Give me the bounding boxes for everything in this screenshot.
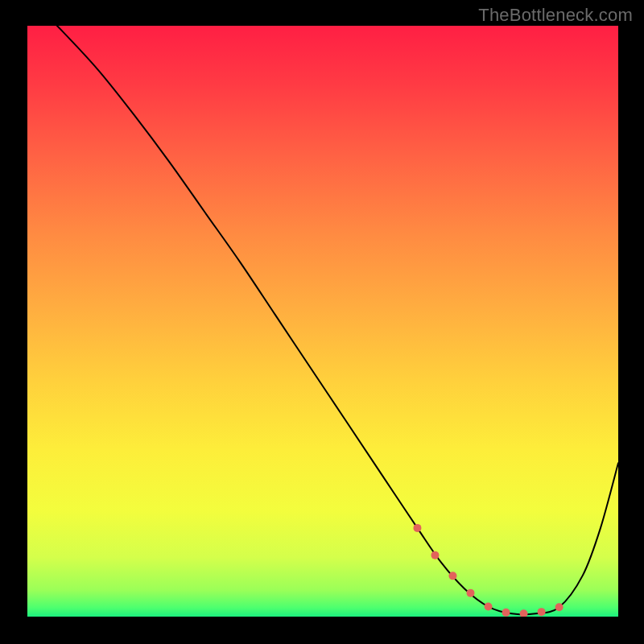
marker-dot (413, 524, 421, 532)
marker-dot (555, 603, 564, 611)
marker-dot (467, 589, 475, 597)
gradient-background (27, 26, 618, 617)
plot-area (27, 26, 618, 617)
chart-svg (27, 26, 618, 617)
marker-dot (448, 572, 456, 580)
marker-dot (538, 608, 546, 616)
marker-dot (485, 603, 493, 611)
watermark-text: TheBottleneck.com (478, 5, 633, 26)
chart-container: TheBottleneck.com (0, 0, 644, 644)
marker-dot (502, 609, 510, 617)
marker-dot (431, 551, 439, 559)
